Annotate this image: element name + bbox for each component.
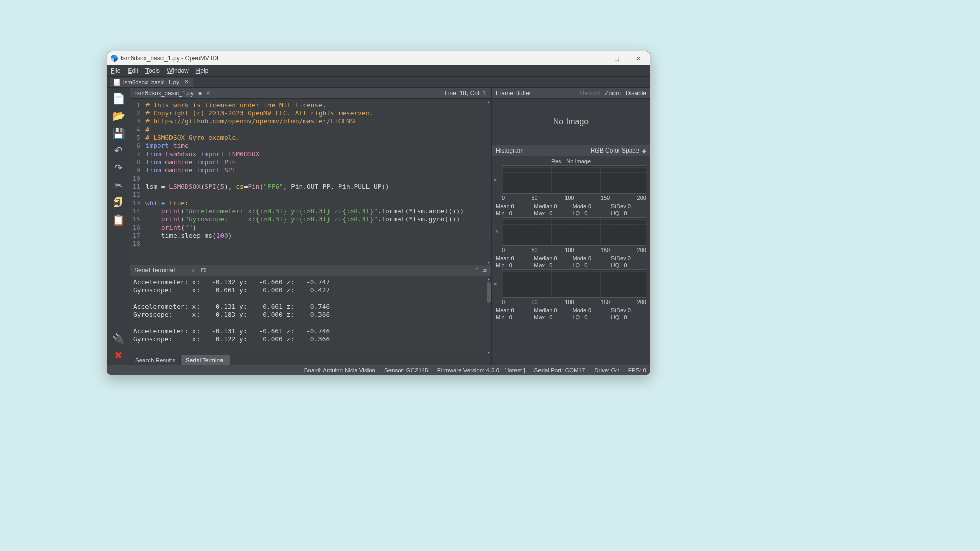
menu-help[interactable]: Help xyxy=(196,67,209,74)
serial-output: Accelerometer: x: -0.132 y: -0.660 z: -0… xyxy=(130,276,486,355)
scroll-down-icon[interactable]: ▾ xyxy=(486,260,491,265)
histogram-axis: 050100150200 xyxy=(502,195,646,201)
histogram-stats: Mean0Median0Mode0StDev0Min 0Max 0LQ 0UQ … xyxy=(496,307,646,320)
zoom-button[interactable]: Zoom xyxy=(605,90,621,97)
tab-serial-terminal[interactable]: Serial Terminal xyxy=(181,355,230,365)
disable-button[interactable]: Disable xyxy=(626,90,646,97)
dropdown-icon[interactable]: ◆ xyxy=(642,148,646,154)
clear-terminal-icon[interactable]: ⎚ xyxy=(192,267,195,273)
copy-icon[interactable]: 🗐 xyxy=(111,195,126,210)
cut-icon[interactable]: ✂ xyxy=(111,178,126,193)
document-icon xyxy=(114,79,120,86)
no-image-label: No Image xyxy=(553,117,589,127)
new-file-icon[interactable]: 📄 xyxy=(111,91,126,106)
stop-icon[interactable]: ✖ xyxy=(111,347,126,363)
app-window: lsm6dsox_basic_1.py - OpenMV IDE — ▢ ✕ F… xyxy=(106,51,651,375)
file-tab[interactable]: lsm6dsox_basic_1.py ✕ xyxy=(110,78,193,87)
status-board: Board: Arduino Nicla Vision xyxy=(304,367,375,373)
status-drive: Drive: G:/ xyxy=(594,367,619,373)
cursor-position: Line: 18, Col: 1 xyxy=(445,90,486,97)
framebuffer-view: No Image xyxy=(492,99,650,145)
channel-label: G xyxy=(494,230,499,233)
framebuffer-header: Frame Buffer Record Zoom Disable xyxy=(492,88,650,99)
axis-tick: 150 xyxy=(601,195,610,201)
axis-tick: 0 xyxy=(502,299,505,305)
save-terminal-icon[interactable]: 🖫 xyxy=(201,267,206,273)
axis-tick: 100 xyxy=(565,247,574,253)
close-tab-icon[interactable]: ✕ xyxy=(182,79,189,85)
close-button[interactable]: ✕ xyxy=(629,53,647,64)
titlebar[interactable]: lsm6dsox_basic_1.py - OpenMV IDE — ▢ ✕ xyxy=(107,51,650,65)
serial-header: Serial Terminal ⎚ 🖫 ˆ ⧉ xyxy=(130,265,491,276)
editor-bar: lsm6dsox_basic_1.py ◆ ✕ Line: 18, Col: 1 xyxy=(130,88,491,99)
line-gutter: 1 2 3 4 5 6 7 8 9 10 11 12 13 14 15 16 1… xyxy=(130,99,143,265)
file-tab-row: lsm6dsox_basic_1.py ✕ xyxy=(107,77,650,88)
histogram-stats: Mean0Median0Mode0StDev0Min 0Max 0LQ 0UQ … xyxy=(496,255,646,268)
menu-tools[interactable]: Tools xyxy=(145,67,160,74)
right-panel: Frame Buffer Record Zoom Disable No Imag… xyxy=(491,88,650,365)
minimize-button[interactable]: — xyxy=(586,53,604,64)
redo-icon[interactable]: ↷ xyxy=(111,160,126,176)
histogram-g: G xyxy=(502,217,646,246)
code-editor[interactable]: 1 2 3 4 5 6 7 8 9 10 11 12 13 14 15 16 1… xyxy=(130,99,491,265)
close-editor-icon[interactable]: ✕ xyxy=(206,90,210,96)
histogram-stats: Mean0Median0Mode0StDev0Min 0Max 0LQ 0UQ … xyxy=(496,203,646,216)
statusbar: Board: Arduino Nicla Vision Sensor: GC21… xyxy=(107,365,650,375)
channel-label: R xyxy=(493,178,498,182)
editor-scrollbar[interactable]: ▴ ▾ xyxy=(486,99,491,265)
axis-tick: 50 xyxy=(532,247,538,253)
record-button[interactable]: Record xyxy=(580,90,600,97)
serial-title[interactable]: Serial Terminal xyxy=(134,267,175,274)
axis-tick: 200 xyxy=(637,195,646,201)
scroll-up-icon[interactable]: ▴ xyxy=(486,99,491,104)
app-logo-icon xyxy=(111,55,118,62)
maximize-button[interactable]: ▢ xyxy=(607,53,626,64)
status-fps: FPS: 0 xyxy=(628,367,646,373)
axis-tick: 200 xyxy=(637,247,646,253)
framebuffer-title: Frame Buffer xyxy=(496,90,531,97)
scroll-down-icon[interactable]: ▾ xyxy=(486,349,491,355)
axis-tick: 100 xyxy=(565,299,574,305)
status-firmware: Firmware Version: 4.5.0 - [ latest ] xyxy=(437,367,525,373)
menu-edit[interactable]: Edit xyxy=(128,67,138,74)
save-file-icon[interactable]: 💾 xyxy=(111,126,126,141)
symbol-dropdown-icon[interactable]: ◆ xyxy=(198,90,202,96)
histogram-b: B xyxy=(502,269,646,298)
menu-window[interactable]: Window xyxy=(167,67,189,74)
scroll-thumb[interactable] xyxy=(487,282,491,303)
axis-tick: 100 xyxy=(565,195,574,201)
histogram-axis: 050100150200 xyxy=(502,247,646,253)
histogram-panel: R050100150200Mean0Median0Mode0StDev0Min … xyxy=(492,164,650,321)
popout-terminal-icon[interactable]: ⧉ xyxy=(483,267,487,274)
bottom-tabs: Search Results Serial Terminal xyxy=(130,355,491,365)
left-toolbar: 📄 📂 💾 ↶ ↷ ✂ 🗐 📋 🔌 ✖ xyxy=(107,88,130,365)
scroll-up-icon[interactable]: ▴ xyxy=(486,276,491,281)
axis-tick: 150 xyxy=(601,247,610,253)
axis-tick: 150 xyxy=(601,299,610,305)
serial-terminal[interactable]: Accelerometer: x: -0.132 y: -0.660 z: -0… xyxy=(130,276,491,355)
paste-icon[interactable]: 📋 xyxy=(111,212,126,228)
undo-icon[interactable]: ↶ xyxy=(111,143,126,158)
axis-tick: 50 xyxy=(532,195,538,201)
color-space-select[interactable]: RGB Color Space xyxy=(591,147,639,154)
menu-file[interactable]: File xyxy=(111,67,120,74)
tab-search-results[interactable]: Search Results xyxy=(130,355,181,365)
open-file-icon[interactable]: 📂 xyxy=(111,108,126,123)
axis-tick: 50 xyxy=(532,299,538,305)
collapse-terminal-icon[interactable]: ˆ xyxy=(476,267,478,273)
menubar: File Edit Tools Window Help xyxy=(107,65,650,77)
serial-scrollbar[interactable]: ▴ ▾ xyxy=(486,276,491,355)
channel-label: B xyxy=(493,282,498,285)
axis-tick: 0 xyxy=(502,195,505,201)
code-area[interactable]: # This work is licensed under the MIT li… xyxy=(143,99,486,265)
histogram-title: Histogram xyxy=(496,147,524,154)
file-tab-label: lsm6dsox_basic_1.py xyxy=(123,79,179,85)
connect-icon[interactable]: 🔌 xyxy=(111,331,126,346)
axis-tick: 0 xyxy=(502,247,505,253)
axis-tick: 200 xyxy=(637,299,646,305)
editor-filename[interactable]: lsm6dsox_basic_1.py xyxy=(135,90,194,97)
status-sensor: Sensor: GC2145 xyxy=(384,367,428,373)
status-port: Serial Port: COM17 xyxy=(534,367,585,373)
histogram-axis: 050100150200 xyxy=(502,299,646,305)
histogram-r: R xyxy=(502,165,646,194)
